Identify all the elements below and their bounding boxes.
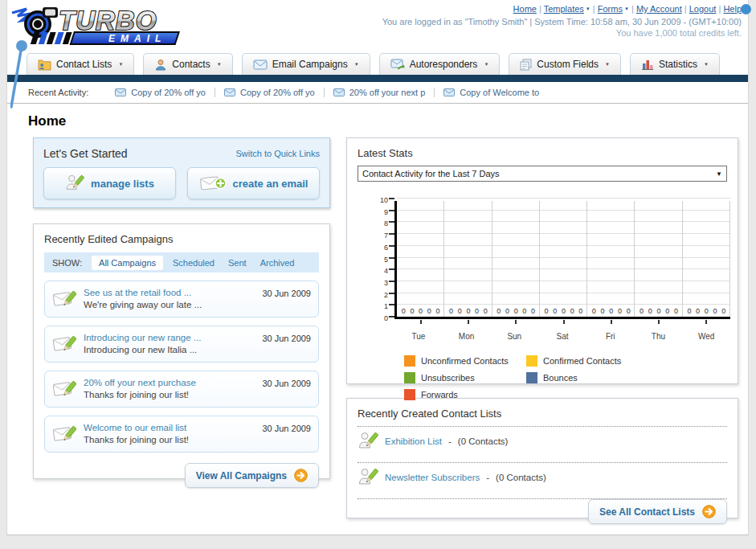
- y-tick-label: 3: [358, 279, 388, 287]
- envelope-plus-icon: [199, 174, 227, 193]
- chevron-down-icon: ▼: [624, 6, 629, 11]
- nav-link-logout[interactable]: Logout: [689, 4, 717, 14]
- campaign-title-link[interactable]: See us at the retail food ...: [84, 287, 255, 299]
- filter-scheduled[interactable]: Scheduled: [173, 258, 215, 268]
- filter-sent[interactable]: Sent: [228, 258, 247, 268]
- y-tick-label: 9: [358, 208, 388, 216]
- campaign-date: 30 Jun 2009: [262, 424, 311, 433]
- stats-period-value: Contact Activity for the Last 7 Days: [362, 169, 500, 178]
- person-pencil-icon: [358, 431, 378, 452]
- tab-label: Statistics: [659, 59, 697, 70]
- x-tick-label: Wed: [682, 332, 730, 341]
- chevron-down-icon: ▼: [118, 62, 123, 67]
- envelope-icon: [224, 88, 235, 96]
- chevron-down-icon: ▼: [586, 6, 590, 11]
- campaign-subtitle: We're giving away our late ...: [84, 299, 255, 311]
- x-tick-label: Thu: [635, 332, 683, 341]
- recent-activity-item[interactable]: Copy of 20% off yo: [215, 88, 324, 97]
- chevron-down-icon: ▼: [605, 62, 610, 67]
- turbo-logo-graphic: TURBO EMAIL: [10, 2, 203, 48]
- envelope-icon: [443, 88, 455, 96]
- contact-list-link[interactable]: Exhibition List: [385, 436, 442, 446]
- legend-item: Confirmed Contacts: [526, 355, 648, 367]
- campaign-title-link[interactable]: Welcome to our email list: [84, 422, 255, 434]
- app-page: TURBO EMAIL Home | Templates▼ | Forms▼ |…: [6, 0, 749, 535]
- legend-swatch-icon: [526, 355, 537, 367]
- view-all-campaigns-button[interactable]: View All Campaigns: [185, 463, 319, 488]
- credits-status: You have 1,000 total credits left.: [382, 28, 742, 38]
- arrow-circle-icon: [702, 505, 716, 518]
- contact-list-item[interactable]: Exhibition List - (0 Contacts): [358, 427, 727, 456]
- recent-activity-item[interactable]: 20% off your next p: [324, 88, 435, 97]
- create-email-label: create an email: [233, 178, 309, 190]
- tab-autoresponders[interactable]: Autoresponders ▼: [379, 53, 501, 75]
- campaign-row[interactable]: See us at the retail food ... We're givi…: [44, 281, 319, 318]
- stats-period-select[interactable]: Contact Activity for the Last 7 Days ▼: [358, 166, 727, 182]
- campaign-title-link[interactable]: 20% off your next purchase: [84, 377, 255, 389]
- nav-link-my-account[interactable]: My Account: [636, 4, 682, 14]
- value-labels-group: 00000: [444, 307, 492, 315]
- blue-circle-decoration: [741, 4, 751, 14]
- x-tick-label: Sun: [490, 332, 538, 341]
- recent-activity-bar: Recent Activity: Copy of 20% off yo Copy…: [7, 82, 748, 104]
- tab-contacts[interactable]: Contacts ▼: [143, 53, 232, 75]
- tab-contact-lists[interactable]: Contact Lists ▼: [27, 53, 134, 75]
- recent-activity-item[interactable]: Copy of 20% off yo: [106, 88, 215, 97]
- recent-activity-item[interactable]: Copy of Welcome to: [434, 88, 548, 97]
- value-labels-group: 00000: [540, 307, 587, 315]
- tab-email-campaigns[interactable]: Email Campaigns ▼: [242, 53, 370, 75]
- legend-swatch-icon: [404, 389, 415, 400]
- recent-activity-text: Copy of 20% off yo: [240, 88, 315, 97]
- chevron-down-icon: ▼: [354, 62, 359, 67]
- campaign-subtitle: Thanks for joining our list!: [84, 389, 255, 401]
- recent-activity-text: Copy of Welcome to: [460, 88, 539, 97]
- person-pencil-icon: [65, 174, 84, 193]
- manage-lists-label: manage lists: [91, 178, 154, 190]
- see-all-contact-lists-button[interactable]: See All Contact Lists: [588, 499, 727, 524]
- tab-label: Contact Lists: [56, 59, 112, 70]
- person-pencil-icon: [358, 467, 378, 488]
- nav-link-forms[interactable]: Forms: [598, 4, 623, 14]
- campaign-row[interactable]: Introducing our new range ... Introducin…: [44, 326, 319, 363]
- x-tick-label: Sat: [538, 332, 586, 341]
- envelope-arrow-icon: [390, 59, 405, 70]
- campaigns-panel: Recently Edited Campaigns SHOW: All Camp…: [33, 223, 330, 479]
- value-labels-group: 00000: [492, 307, 540, 315]
- get-started-panel: Let's Get Started Switch to Quick Links: [33, 137, 330, 208]
- tab-label: Contacts: [172, 59, 210, 70]
- contact-list-link[interactable]: Newsletter Subscribers: [385, 473, 480, 482]
- create-email-button[interactable]: create an email: [187, 167, 320, 199]
- campaign-row[interactable]: Welcome to our email list Thanks for joi…: [44, 416, 319, 453]
- tab-statistics[interactable]: Statistics ▼: [630, 53, 720, 75]
- tab-label: Custom Fields: [537, 59, 599, 70]
- filter-archived[interactable]: Archived: [260, 258, 295, 268]
- nav-link-templates[interactable]: Templates: [544, 4, 584, 14]
- campaign-title-link[interactable]: Introducing our new range ...: [84, 332, 255, 344]
- see-all-contact-lists-label: See All Contact Lists: [599, 506, 695, 518]
- contact-lists-panel: Recently Created Contact Lists Exhibitio…: [346, 398, 738, 518]
- campaign-subtitle: Introducing our new Italia ...: [84, 344, 255, 356]
- legend-item: Unconfirmed Contacts: [404, 355, 526, 367]
- switch-to-quick-links-link[interactable]: Switch to Quick Links: [235, 149, 320, 158]
- value-labels-group: 00000: [683, 307, 730, 315]
- y-tick-label: 4: [358, 267, 388, 275]
- nav-link-help[interactable]: Help: [723, 4, 742, 14]
- logo-subtitle-text: EMAIL: [108, 33, 166, 44]
- tab-label: Autoresponders: [410, 59, 478, 70]
- nav-link-home[interactable]: Home: [513, 4, 537, 14]
- legend-item: Forwards: [404, 389, 526, 400]
- y-tick-label: 10: [358, 196, 388, 204]
- envelope-pencil-icon: [52, 289, 76, 309]
- campaign-date: 30 Jun 2009: [262, 334, 311, 343]
- manage-lists-button[interactable]: manage lists: [43, 167, 176, 199]
- filter-all-campaigns[interactable]: All Campaigns: [92, 256, 163, 270]
- tab-custom-fields[interactable]: Custom Fields ▼: [509, 53, 621, 75]
- chart-x-axis: TueMonSunSatFriThuWed: [394, 332, 730, 341]
- person-icon: [154, 59, 167, 71]
- envelope-icon: [115, 88, 126, 96]
- campaign-row[interactable]: 20% off your next purchase Thanks for jo…: [44, 371, 319, 408]
- contact-list-item[interactable]: Newsletter Subscribers - (0 Contacts): [358, 463, 727, 492]
- get-started-title: Let's Get Started: [43, 147, 128, 160]
- contact-list-sep: -: [448, 436, 452, 446]
- campaign-date: 30 Jun 2009: [262, 289, 311, 298]
